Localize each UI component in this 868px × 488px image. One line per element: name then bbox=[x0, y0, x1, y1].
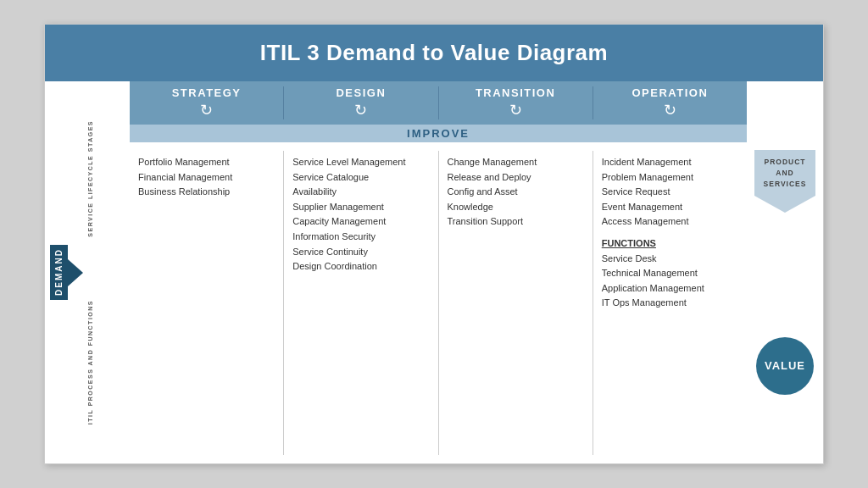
func-item: Access Management bbox=[602, 214, 738, 230]
func-item: Availability bbox=[292, 185, 429, 200]
stage-operation: OPERATION ↻ bbox=[593, 86, 747, 119]
center-diagram: STRATEGY ↻ DESIGN ↻ TRANSITION ↻ OPERATI… bbox=[130, 81, 747, 463]
lifecycle-label: SERVICE LIFECYCLE STAGES bbox=[86, 120, 130, 237]
func-item: Transition Support bbox=[448, 214, 584, 230]
func-item: Portfolio Management bbox=[138, 155, 275, 170]
demand-arrow-container: DEMAND bbox=[50, 81, 83, 463]
demand-label: DEMAND bbox=[50, 245, 68, 300]
operation-functions: Incident Management Problem Management S… bbox=[593, 151, 747, 455]
stage-design: DESIGN ↻ bbox=[284, 86, 438, 119]
stage-strategy: STRATEGY ↻ bbox=[130, 86, 284, 119]
func-item: Application Management bbox=[602, 281, 738, 297]
stage-strategy-label: STRATEGY bbox=[172, 86, 242, 99]
func-item: Service Request bbox=[602, 185, 738, 200]
func-item: Supplier Management bbox=[292, 200, 429, 215]
process-label: ITIL PROCESS AND FUNCTIONS bbox=[86, 300, 130, 424]
transition-functions: Change Management Release and Deploy Con… bbox=[439, 151, 593, 455]
main-content: DEMAND SERVICE LIFECYCLE STAGES ITIL PRO… bbox=[45, 81, 823, 463]
func-item: Business Relationship bbox=[138, 185, 275, 200]
functions-section-label: FUNCTIONS bbox=[602, 236, 738, 252]
right-panel: PRODUCT AND SERVICES VALUE bbox=[747, 81, 823, 463]
vert-labels: SERVICE LIFECYCLE STAGES ITIL PROCESS AN… bbox=[86, 81, 130, 463]
functions-section: FUNCTIONS Service Desk Technical Managem… bbox=[602, 236, 738, 311]
improve-bar: IMPROVE bbox=[130, 125, 747, 142]
func-item: IT Ops Management bbox=[602, 296, 738, 311]
product-services-container: PRODUCT AND SERVICES bbox=[754, 150, 815, 213]
stage-transition-label: TRANSITION bbox=[476, 86, 555, 99]
func-item: Knowledge bbox=[448, 200, 584, 215]
func-item: Event Management bbox=[602, 200, 738, 215]
func-item: Service Catalogue bbox=[292, 170, 429, 186]
func-item: Change Management bbox=[448, 155, 584, 170]
func-item: Financial Management bbox=[138, 170, 275, 186]
transition-cycle-icon: ↻ bbox=[509, 101, 522, 119]
func-item: Service Level Management bbox=[292, 155, 429, 170]
func-item: Information Security bbox=[292, 230, 429, 245]
func-item: Capacity Management bbox=[292, 214, 429, 230]
func-item: Design Coordination bbox=[292, 259, 429, 274]
func-item: Problem Management bbox=[602, 170, 738, 186]
left-panel-inner: DEMAND SERVICE LIFECYCLE STAGES ITIL PRO… bbox=[45, 81, 130, 463]
func-item: Technical Management bbox=[602, 266, 738, 281]
stage-design-label: DESIGN bbox=[336, 86, 386, 99]
demand-arrow: DEMAND bbox=[50, 245, 83, 300]
functions-row: Portfolio Management Financial Managemen… bbox=[130, 142, 747, 463]
stages-row: STRATEGY ↻ DESIGN ↻ TRANSITION ↻ OPERATI… bbox=[130, 81, 747, 125]
design-cycle-icon: ↻ bbox=[354, 101, 367, 119]
stage-transition: TRANSITION ↻ bbox=[439, 86, 593, 119]
func-item: Release and Deploy bbox=[448, 170, 584, 186]
product-services-label: PRODUCT AND SERVICES bbox=[754, 150, 815, 196]
func-item: Incident Management bbox=[602, 155, 738, 170]
func-item: Service Continuity bbox=[292, 245, 429, 260]
strategy-functions: Portfolio Management Financial Managemen… bbox=[130, 151, 284, 455]
demand-arrow-tip bbox=[68, 259, 83, 286]
func-item: Config and Asset bbox=[448, 185, 584, 200]
left-panel: DEMAND SERVICE LIFECYCLE STAGES ITIL PRO… bbox=[45, 81, 130, 463]
slide-title: ITIL 3 Demand to Value Diagram bbox=[45, 25, 823, 81]
func-item: Service Desk bbox=[602, 252, 738, 267]
strategy-cycle-icon: ↻ bbox=[200, 101, 213, 119]
product-services-arrow bbox=[754, 196, 815, 213]
value-circle: VALUE bbox=[756, 337, 814, 395]
design-functions: Service Level Management Service Catalog… bbox=[284, 151, 438, 455]
slide: ITIL 3 Demand to Value Diagram DEMAND SE… bbox=[44, 24, 824, 464]
stage-operation-label: OPERATION bbox=[632, 86, 708, 99]
operation-cycle-icon: ↻ bbox=[664, 101, 676, 119]
